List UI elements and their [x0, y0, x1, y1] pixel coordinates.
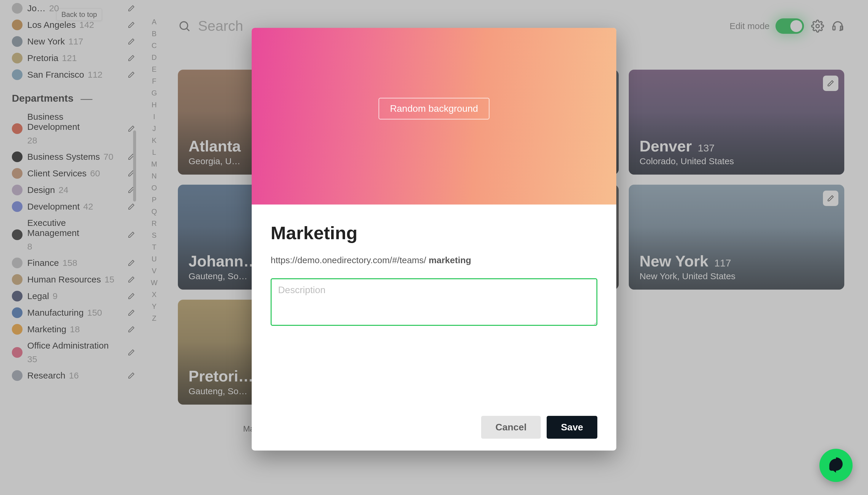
modal-overlay[interactable]: Random background Marketing https://demo… — [0, 0, 868, 495]
modal-url: https://demo.onedirectory.com/#/teams/ m… — [271, 255, 597, 265]
modal-url-base: https://demo.onedirectory.com/#/teams/ — [271, 255, 429, 265]
save-button[interactable]: Save — [547, 416, 597, 439]
cancel-button[interactable]: Cancel — [481, 416, 541, 439]
description-textarea[interactable] — [271, 278, 597, 326]
help-fab[interactable] — [819, 449, 853, 482]
modal-url-slug: marketing — [429, 255, 471, 265]
modal-hero: Random background — [252, 28, 616, 205]
modal-title: Marketing — [271, 222, 597, 243]
random-background-button[interactable]: Random background — [378, 98, 489, 119]
modal-actions: Cancel Save — [271, 416, 597, 439]
modal-body: Marketing https://demo.onedirectory.com/… — [252, 205, 616, 450]
edit-team-modal: Random background Marketing https://demo… — [252, 28, 616, 450]
